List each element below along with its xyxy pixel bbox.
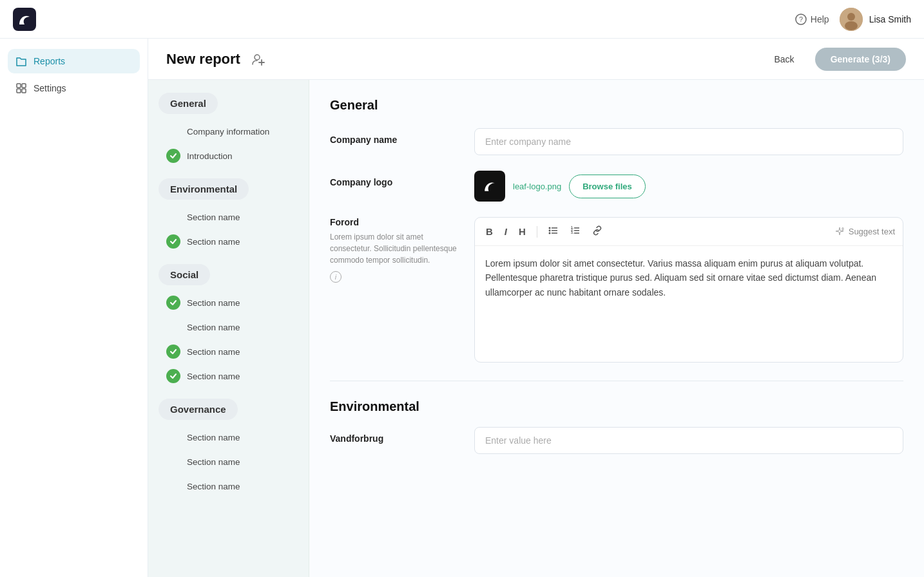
company-logo-control: leaf-logo.png Browse files xyxy=(474,171,903,202)
add-collaborator-button[interactable] xyxy=(248,49,269,70)
bold-button[interactable]: B xyxy=(483,225,496,238)
check-icon xyxy=(166,345,180,359)
editor-wrapper: B I H xyxy=(474,217,903,363)
svg-text:3.: 3. xyxy=(571,231,574,234)
list-item[interactable]: Section name xyxy=(159,205,298,229)
left-nav-panel: General Company information Introduction xyxy=(148,80,309,577)
vandforbrug-label: Vandforbrug xyxy=(330,427,459,444)
logo-image xyxy=(481,177,499,195)
section-divider xyxy=(330,381,903,381)
svg-point-18 xyxy=(548,232,550,234)
check-icon xyxy=(166,149,180,163)
italic-button[interactable]: I xyxy=(501,225,510,238)
link-icon xyxy=(592,225,602,236)
list-item[interactable]: Section name xyxy=(159,339,298,364)
right-form-panel: General Company name Company logo xyxy=(309,80,924,577)
unordered-list-button[interactable] xyxy=(545,224,562,239)
generate-button[interactable]: Generate (3/3) xyxy=(815,48,906,71)
unchecked-placeholder xyxy=(166,455,180,469)
svg-rect-6 xyxy=(17,84,21,88)
nav-section-social: Social Section name Section name xyxy=(159,264,298,388)
sidebar-item-reports[interactable]: Reports xyxy=(8,49,140,73)
unchecked-placeholder xyxy=(166,124,180,138)
list-item[interactable]: Section name xyxy=(159,364,298,388)
unchecked-placeholder xyxy=(166,320,180,334)
vandforbrug-row: Vandforbrug xyxy=(330,427,903,454)
sidebar-item-settings[interactable]: Settings xyxy=(8,76,140,100)
list-item[interactable]: Section name xyxy=(159,290,298,315)
link-button[interactable] xyxy=(589,224,606,239)
username-label: Lisa Smith xyxy=(869,14,911,24)
unchecked-placeholder xyxy=(166,210,180,224)
suggest-text-button[interactable]: Suggest text xyxy=(834,227,895,237)
editor-content[interactable]: Lorem ipsum dolor sit amet consectetur. … xyxy=(475,246,903,362)
browse-files-button[interactable]: Browse files xyxy=(569,175,646,198)
main-layout: Reports Settings New report xyxy=(0,39,924,577)
info-icon[interactable]: i xyxy=(330,271,342,283)
nav-section-environmental-header[interactable]: Environmental xyxy=(159,178,249,200)
forord-label: Forord xyxy=(330,217,459,227)
svg-rect-7 xyxy=(22,84,26,88)
svg-point-10 xyxy=(255,55,260,60)
nav-section-general: General Company information Introduction xyxy=(159,93,298,168)
nav-section-environmental: Environmental Section name Section name xyxy=(159,178,298,254)
help-icon: ? xyxy=(795,14,807,25)
topbar-right: ? Help Lisa Smith xyxy=(795,8,911,31)
page-content: New report Back Generate (3/3) xyxy=(148,39,924,577)
ol-icon: 1. 2. 3. xyxy=(570,225,581,236)
nav-section-social-header[interactable]: Social xyxy=(159,264,210,285)
environmental-section-title: Environmental xyxy=(330,399,903,414)
toolbar-separator xyxy=(537,226,537,238)
svg-point-16 xyxy=(548,227,550,229)
topbar: ? Help Lisa Smith xyxy=(0,0,924,39)
suggest-label: Suggest text xyxy=(849,227,895,236)
check-icon xyxy=(166,369,180,383)
company-logo-label: Company logo xyxy=(330,171,459,187)
ordered-list-button[interactable]: 1. 2. 3. xyxy=(567,224,584,239)
svg-point-17 xyxy=(548,230,550,232)
vandforbrug-input[interactable] xyxy=(474,427,903,454)
logo-filename-link[interactable]: leaf-logo.png xyxy=(513,182,561,191)
grid-icon xyxy=(15,82,27,94)
back-button[interactable]: Back xyxy=(762,49,807,70)
nav-section-governance-header[interactable]: Governance xyxy=(159,399,238,420)
list-item[interactable]: Introduction xyxy=(159,144,298,168)
sidebar: Reports Settings xyxy=(0,39,148,577)
help-button[interactable]: ? Help xyxy=(795,14,829,25)
editor-toolbar: B I H xyxy=(475,218,903,246)
list-item[interactable]: Section name xyxy=(159,315,298,339)
forord-description: Lorem ipsum dolor sit amet consectetur. … xyxy=(330,231,459,266)
list-item[interactable]: Section name xyxy=(159,449,298,474)
vandforbrug-control xyxy=(474,427,903,454)
svg-text:?: ? xyxy=(799,15,803,23)
add-person-icon xyxy=(251,52,265,66)
list-item[interactable]: Section name xyxy=(159,425,298,449)
heading-button[interactable]: H xyxy=(515,225,529,238)
svg-rect-9 xyxy=(22,89,26,93)
svg-point-5 xyxy=(845,21,858,30)
list-item[interactable]: Company information xyxy=(159,119,298,144)
sidebar-settings-label: Settings xyxy=(34,83,66,93)
nav-section-general-header[interactable]: General xyxy=(159,93,218,114)
ul-icon xyxy=(548,225,559,236)
body-area: General Company information Introduction xyxy=(148,80,924,577)
svg-rect-0 xyxy=(13,8,36,31)
forord-left: Forord Lorem ipsum dolor sit amet consec… xyxy=(330,217,459,363)
check-icon xyxy=(166,296,180,310)
logo-preview xyxy=(474,171,505,202)
company-logo-row: Company logo leaf-logo.png Browse files xyxy=(330,171,903,202)
folder-icon xyxy=(15,55,27,67)
forord-section: Forord Lorem ipsum dolor sit amet consec… xyxy=(330,217,903,363)
company-name-input[interactable] xyxy=(474,128,903,155)
header-actions: Back Generate (3/3) xyxy=(762,48,907,71)
list-item[interactable]: Section name xyxy=(159,229,298,254)
svg-rect-8 xyxy=(17,89,21,93)
svg-point-4 xyxy=(847,13,855,21)
logo-row: leaf-logo.png Browse files xyxy=(474,171,903,202)
unchecked-placeholder xyxy=(166,430,180,444)
avatar xyxy=(840,8,863,31)
sparkle-icon xyxy=(834,227,845,237)
user-menu[interactable]: Lisa Smith xyxy=(840,8,911,31)
app-logo xyxy=(13,8,36,31)
list-item[interactable]: Section name xyxy=(159,474,298,498)
